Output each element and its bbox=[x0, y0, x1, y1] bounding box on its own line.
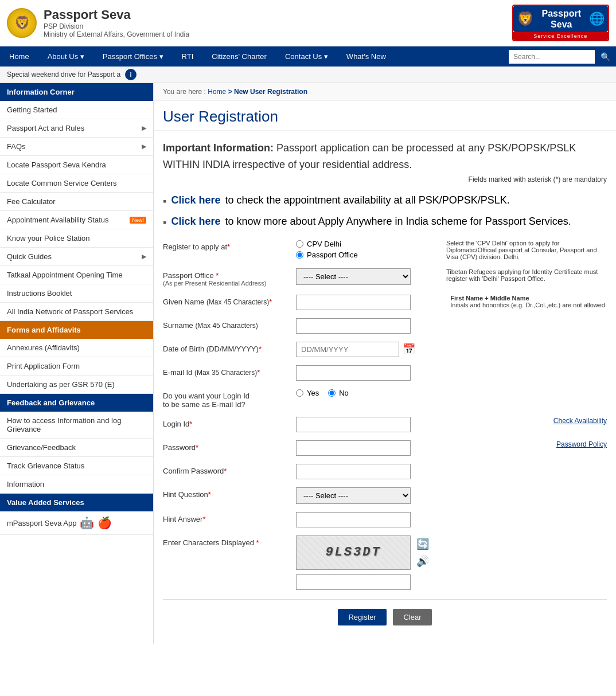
sidebar-item-locate-psk[interactable]: Locate Passport Seva Kendra bbox=[0, 156, 153, 174]
search-input[interactable] bbox=[509, 50, 595, 64]
register-at-radio-group: CPV Delhi Passport Office bbox=[296, 240, 439, 259]
sidebar-item-appt-status[interactable]: Appointment Availability Status New! bbox=[0, 211, 153, 229]
captcha-action-buttons: 🔄 🔊 bbox=[416, 538, 429, 568]
sidebar-item-instructions[interactable]: Instructions Booklet bbox=[0, 284, 153, 303]
surname-controls bbox=[296, 318, 607, 334]
login-id-input[interactable] bbox=[296, 417, 411, 432]
register-at-label: Register to apply at* bbox=[163, 240, 289, 251]
nav-about-us[interactable]: About Us ▾ bbox=[38, 46, 93, 67]
given-name-hint-text: Initials and honorifics (e.g. Dr.,Col.,e… bbox=[450, 302, 607, 308]
register-button[interactable]: Register bbox=[338, 609, 386, 625]
header-left: 🦁 Passport Seva PSP Division Ministry of… bbox=[7, 7, 189, 38]
password-controls bbox=[296, 440, 545, 456]
radio-passport-office-label: Passport Office bbox=[307, 251, 358, 259]
radio-cpv-delhi[interactable]: CPV Delhi bbox=[296, 240, 439, 248]
sidebar-item-fee-calc[interactable]: Fee Calculator bbox=[0, 193, 153, 211]
password-policy-link[interactable]: Password Policy bbox=[556, 440, 607, 448]
nav-passport-offices[interactable]: Passport Offices ▾ bbox=[93, 46, 173, 67]
sidebar-item-locate-csc[interactable]: Locate Common Service Centers bbox=[0, 174, 153, 193]
login-id-label: Login Id* bbox=[163, 417, 289, 428]
sidebar-item-quick-guides[interactable]: Quick Guides ▶ bbox=[0, 248, 153, 266]
sidebar-item-mpassport[interactable]: mPassport Seva App 🤖 🍎 bbox=[0, 511, 153, 535]
nav-whats-new[interactable]: What's New bbox=[337, 46, 395, 67]
ticker-info-button[interactable]: i bbox=[125, 69, 137, 80]
sidebar-item-information[interactable]: Information bbox=[0, 475, 153, 494]
registration-form: Register to apply at* CPV Delhi Passport… bbox=[163, 240, 607, 635]
calendar-icon[interactable]: 📅 bbox=[403, 343, 415, 355]
nav-citizens-charter[interactable]: Citizens' Charter bbox=[202, 46, 276, 67]
form-row-captcha: Enter Characters Displayed * 9LS3DT 🔄 🔊 bbox=[163, 535, 607, 590]
captcha-audio-button[interactable]: 🔊 bbox=[416, 555, 429, 568]
form-row-login-same: Do you want your Login Idto be same as E… bbox=[163, 389, 607, 409]
site-title: Passport Seva bbox=[44, 7, 189, 22]
sidebar-item-undertaking[interactable]: Undertaking as per GSR 570 (E) bbox=[0, 376, 153, 394]
login-id-controls bbox=[296, 417, 542, 432]
hint-answer-input[interactable] bbox=[296, 512, 411, 527]
radio-no[interactable]: No bbox=[328, 389, 349, 397]
sidebar-section-value-added: Value Added Services bbox=[0, 494, 153, 511]
sidebar-item-passport-act[interactable]: Passport Act and Rules ▶ bbox=[0, 119, 153, 138]
clear-button[interactable]: Clear bbox=[393, 609, 431, 625]
check-availability-link[interactable]: Check Availability bbox=[553, 417, 607, 425]
radio-passport-office[interactable]: Passport Office bbox=[296, 251, 439, 259]
required-asterisk: * bbox=[216, 271, 219, 280]
required-asterisk: * bbox=[256, 538, 259, 547]
sidebar-item-grievance-feedback[interactable]: Grievance/Feedback bbox=[0, 439, 153, 457]
given-name-controls bbox=[296, 295, 443, 310]
click-link-item-2: Click here to know more about Apply Anyw… bbox=[163, 214, 607, 230]
mpassport-label: mPassport Seva App bbox=[7, 519, 76, 527]
required-asterisk: * bbox=[224, 467, 227, 475]
dob-controls: 📅 bbox=[296, 342, 607, 357]
form-row-confirm-password: Confirm Password* bbox=[163, 464, 607, 479]
click-link-2[interactable]: Click here bbox=[171, 214, 220, 230]
form-row-register-at: Register to apply at* CPV Delhi Passport… bbox=[163, 240, 607, 260]
surname-input[interactable] bbox=[296, 318, 411, 334]
radio-no-input[interactable] bbox=[328, 389, 336, 397]
hint-question-select[interactable]: ---- Select ---- bbox=[296, 487, 411, 504]
required-asterisk: * bbox=[208, 490, 211, 499]
search-button[interactable]: 🔍 bbox=[595, 48, 616, 65]
important-prefix: Important Information: bbox=[163, 142, 274, 154]
radio-yes-input[interactable] bbox=[296, 389, 303, 397]
password-input[interactable] bbox=[296, 440, 411, 456]
hint-answer-label: Hint Answer* bbox=[163, 512, 289, 523]
confirm-password-input[interactable] bbox=[296, 464, 411, 479]
click-link-1[interactable]: Click here bbox=[171, 193, 220, 209]
breadcrumb-home[interactable]: Home bbox=[208, 88, 226, 96]
login-same-controls: Yes No bbox=[296, 389, 607, 397]
passport-seva-badge-inner: 🦁 PassportSeva 🌐 bbox=[513, 6, 608, 32]
sidebar-item-how-to-access[interactable]: How to access Information and log Grieva… bbox=[0, 412, 153, 439]
captcha-refresh-button[interactable]: 🔄 bbox=[416, 538, 429, 550]
sidebar-item-tatkaal[interactable]: Tatkaal Appointment Opening Time bbox=[0, 266, 153, 284]
passport-office-select[interactable]: ---- Select ---- bbox=[296, 268, 411, 285]
email-input[interactable] bbox=[296, 365, 411, 381]
nav-home[interactable]: Home bbox=[0, 46, 38, 67]
header-brand: Passport Seva PSP Division Ministry of E… bbox=[44, 7, 189, 38]
sidebar-item-ainps[interactable]: All India Network of Passport Services bbox=[0, 303, 153, 321]
captcha-input[interactable] bbox=[296, 574, 411, 590]
sidebar-item-annexures[interactable]: Annexures (Affidavits) bbox=[0, 339, 153, 357]
main-nav: Home About Us ▾ Passport Offices ▾ RTI C… bbox=[0, 46, 616, 67]
nav-contact-us[interactable]: Contact Us ▾ bbox=[276, 46, 337, 67]
sidebar-item-getting-started[interactable]: Getting Started bbox=[0, 101, 153, 119]
login-same-label: Do you want your Login Idto be same as E… bbox=[163, 389, 289, 409]
sidebar-item-police-station[interactable]: Know your Police Station bbox=[0, 229, 153, 248]
sidebar-item-faqs[interactable]: FAQs ▶ bbox=[0, 138, 153, 156]
form-row-password: Password* Password Policy bbox=[163, 440, 607, 456]
passport-seva-logo-badge: 🦁 PassportSeva 🌐 Service Excellence bbox=[512, 5, 609, 41]
radio-passport-office-input[interactable] bbox=[296, 251, 303, 259]
new-badge: New! bbox=[130, 217, 146, 224]
sidebar-item-print-form[interactable]: Print Application Form bbox=[0, 357, 153, 376]
nav-rti[interactable]: RTI bbox=[173, 46, 203, 67]
radio-yes[interactable]: Yes bbox=[296, 389, 319, 397]
hint-answer-controls bbox=[296, 512, 607, 527]
passport-office-controls: ---- Select ---- bbox=[296, 268, 439, 285]
required-asterisk: * bbox=[257, 368, 260, 377]
arrow-icon: ▶ bbox=[142, 143, 146, 150]
radio-cpv-delhi-input[interactable] bbox=[296, 240, 303, 248]
given-name-input[interactable] bbox=[296, 295, 411, 310]
click-link-item-1: Click here to check the appointment avai… bbox=[163, 193, 607, 209]
dob-input[interactable] bbox=[296, 342, 399, 357]
sidebar-item-track-grievance[interactable]: Track Grievance Status bbox=[0, 457, 153, 475]
required-asterisk: * bbox=[196, 443, 198, 452]
